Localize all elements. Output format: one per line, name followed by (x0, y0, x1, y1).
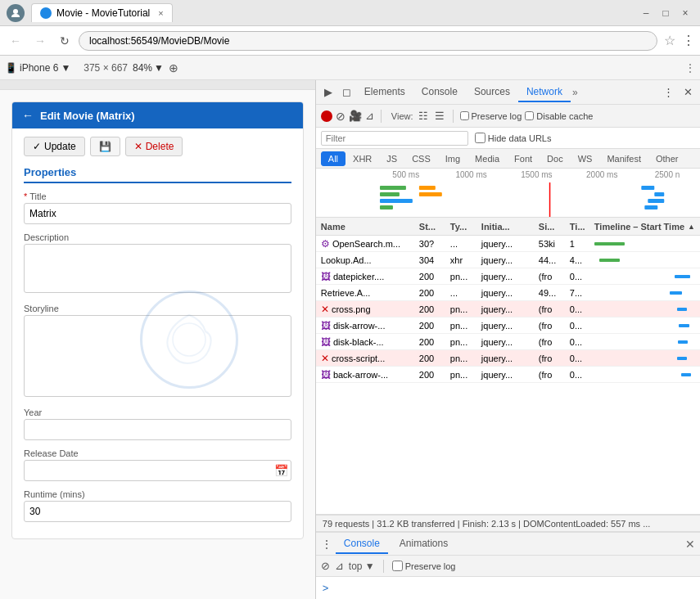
clear-button[interactable]: ⊘ (336, 110, 345, 123)
device-selector[interactable]: 📱 iPhone 6 ▼ (5, 62, 70, 74)
description-textarea[interactable] (24, 244, 291, 293)
network-table[interactable]: Name St... Ty... Initia... Si... Ti... T… (316, 218, 700, 515)
save-icon-button[interactable]: 💾 (90, 137, 120, 156)
inspect-icon[interactable]: ▶ (319, 83, 337, 101)
address-bar: ← → ↻ ☆ ⋮ (0, 26, 700, 56)
refresh-button[interactable]: ↻ (54, 30, 75, 52)
user-avatar (7, 4, 25, 22)
close-tab-button[interactable]: × (158, 8, 163, 18)
row-timeline (591, 291, 698, 295)
console-filter-icon[interactable]: ⊿ (335, 560, 344, 572)
timeline-label-2000: 2000 ms (569, 170, 635, 179)
minimize-button[interactable]: – (638, 5, 654, 21)
resource-tab-css[interactable]: CSS (404, 151, 438, 166)
device-icon: 📱 (5, 62, 17, 74)
tab-console-bottom[interactable]: Console (336, 534, 388, 554)
record-button[interactable] (321, 110, 332, 122)
table-row[interactable]: ✕ cross.png 200 pn... jquery... (fro 0..… (316, 301, 700, 318)
resource-tab-img[interactable]: Img (438, 151, 467, 166)
tab-sources[interactable]: Sources (466, 83, 518, 102)
release-date-input[interactable] (24, 460, 291, 481)
timeline-label-1500: 1500 ms (504, 170, 569, 179)
resource-tab-all[interactable]: All (321, 151, 345, 166)
grouped-view-icon[interactable]: ☰ (435, 110, 445, 122)
resource-tab-font[interactable]: Font (507, 151, 540, 166)
network-table-header: Name St... Ty... Initia... Si... Ti... T… (316, 218, 700, 236)
calendar-icon[interactable]: 📅 (274, 464, 288, 477)
bottom-tab-options-icon[interactable]: ⋮ (321, 538, 332, 551)
close-devtools-button[interactable]: ✕ (679, 83, 697, 101)
zoom-dropdown-icon[interactable]: ▼ (154, 62, 164, 74)
hide-urls-checkbox[interactable] (475, 133, 485, 143)
hide-urls-label[interactable]: Hide data URLs (475, 133, 552, 143)
forward-button[interactable]: → (29, 30, 51, 52)
back-button[interactable]: ← (5, 30, 26, 52)
table-row[interactable]: 🖼 datepicker.... 200 pn... jquery... (fr… (316, 268, 700, 285)
browser-tab[interactable]: Movie - MovieTutorial × (31, 3, 173, 22)
table-row[interactable]: ✕ cross-script... 200 pn... jquery... (f… (316, 350, 700, 367)
row-name: 🖼 disk-arrow-... (318, 320, 416, 331)
preserve-log-checkbox-label[interactable]: Preserve log (460, 111, 522, 121)
storyline-textarea[interactable] (24, 315, 291, 397)
resource-tab-doc[interactable]: Doc (540, 151, 571, 166)
tab-elements[interactable]: Elements (356, 83, 413, 102)
preserve-log-checkbox[interactable] (460, 111, 469, 120)
responsive-mode-icon[interactable]: ⊕ (169, 61, 178, 74)
settings-icon[interactable]: ⋮ (659, 83, 677, 101)
table-row[interactable]: 🖼 back-arrow-... 200 pn... jquery... (fr… (316, 367, 700, 383)
device-dropdown-icon[interactable]: ▼ (61, 62, 70, 74)
update-icon: ✓ (33, 141, 41, 152)
toolbar-more-icon[interactable]: ⋮ (685, 62, 695, 74)
title-input[interactable] (24, 203, 291, 224)
tab-console[interactable]: Console (413, 83, 466, 102)
year-label: Year (24, 408, 291, 417)
console-preserve-checkbox[interactable] (392, 561, 403, 571)
console-prompt[interactable]: > (323, 582, 693, 594)
address-input[interactable] (79, 31, 657, 51)
table-row[interactable]: 🖼 disk-black-... 200 pn... jquery... (fr… (316, 334, 700, 350)
table-row[interactable]: Lookup.Ad... 304 xhr jquery... 44... 4..… (316, 252, 700, 268)
console-level-selector[interactable]: top ▼ (349, 561, 375, 572)
storyline-field: Storyline (24, 304, 291, 399)
tab-animations[interactable]: Animations (391, 534, 456, 554)
table-row[interactable]: ⚙ OpenSearch.m... 30? ... jquery... 53ki… (316, 236, 700, 252)
resource-tab-xhr[interactable]: XHR (345, 151, 379, 166)
edit-form-container: ← Edit Movie (Matrix) ✓ Update 💾 ✕ (11, 101, 304, 539)
back-arrow-icon[interactable]: ← (22, 109, 34, 122)
console-preserve-label[interactable]: Preserve log (392, 561, 456, 571)
device-toggle-icon[interactable]: ◻ (337, 83, 356, 101)
disable-cache-checkbox-label[interactable]: Disable cache (525, 111, 593, 121)
zoom-selector[interactable]: 84% ▼ (133, 62, 164, 74)
console-clear-icon[interactable]: ⊘ (321, 560, 330, 572)
year-input[interactable] (24, 419, 291, 440)
more-tabs-icon[interactable]: » (572, 87, 578, 98)
filter-icon[interactable]: ⊿ (365, 110, 374, 122)
svg-rect-3 (380, 192, 400, 196)
runtime-input[interactable] (24, 501, 291, 522)
tab-network[interactable]: Network (518, 83, 571, 102)
screenshot-icon[interactable]: 🎥 (349, 110, 362, 122)
list-view-icon[interactable]: ☷ (418, 110, 428, 122)
resource-tab-js[interactable]: JS (379, 151, 404, 166)
row-type: pn... (447, 370, 478, 380)
table-row[interactable]: 🖼 disk-arrow-... 200 pn... jquery... (fr… (316, 318, 700, 334)
resource-tab-manifest[interactable]: Manifest (599, 151, 648, 166)
col-timeline: Timeline – Start Time ▲ (591, 222, 698, 232)
update-button[interactable]: ✓ Update (24, 137, 85, 156)
description-label: Description (24, 232, 291, 242)
description-field: Description (24, 232, 291, 295)
bookmark-star-icon[interactable]: ☆ (664, 33, 675, 48)
table-row[interactable]: Retrieve.A... 200 ... jquery... 49... 7.… (316, 285, 700, 301)
row-time: 0... (567, 304, 591, 314)
resource-tab-ws[interactable]: WS (571, 151, 600, 166)
row-name: Lookup.Ad... (318, 255, 416, 265)
disable-cache-checkbox[interactable] (525, 111, 534, 120)
maximize-button[interactable]: □ (657, 5, 674, 21)
delete-button[interactable]: ✕ Delete (125, 137, 183, 156)
close-window-button[interactable]: × (677, 5, 693, 21)
close-bottom-panel-button[interactable]: ✕ (685, 538, 695, 551)
browser-menu-icon[interactable]: ⋮ (682, 33, 695, 48)
resource-tab-other[interactable]: Other (648, 151, 686, 166)
resource-tab-media[interactable]: Media (467, 151, 507, 166)
filter-input[interactable] (321, 131, 468, 146)
